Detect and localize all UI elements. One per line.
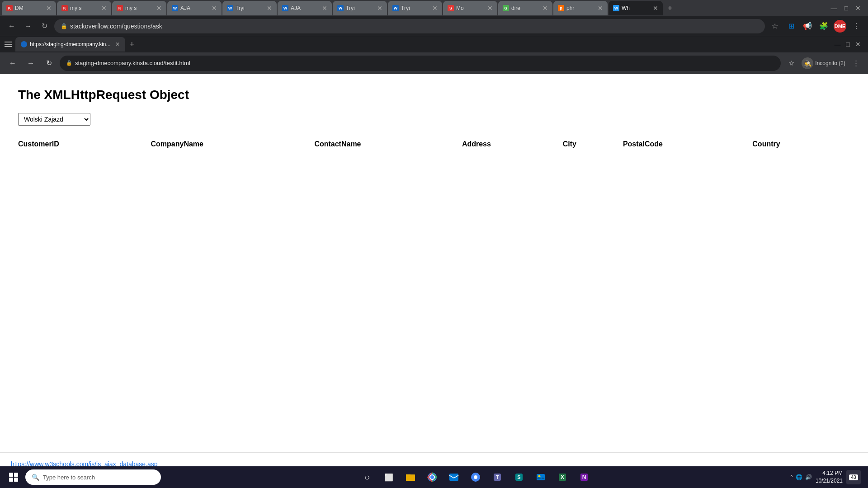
taskbar-datetime[interactable]: 4:12 PM 10/21/2021 — [816, 469, 843, 485]
incognito-indicator[interactable]: 🕵 Incognito (2) — [802, 57, 845, 69]
taskbar-onenote[interactable]: N — [574, 467, 594, 487]
taskbar-photos[interactable] — [531, 467, 551, 487]
notification-center[interactable]: 43 — [846, 470, 861, 484]
restore-button[interactable]: □ — [844, 5, 848, 12]
taskbar-search-placeholder: Type here to search — [43, 474, 95, 481]
outer-tab-mys1[interactable]: K my s ✕ — [57, 1, 111, 15]
col-header-companyname: CompanyName — [151, 136, 314, 152]
outer-address-field[interactable]: 🔒 stackoverflow.com/questions/ask — [54, 19, 765, 33]
inner-browser-window: https://staging-dmecompany.kin... ✕ + — … — [0, 36, 868, 488]
taskbar-teams[interactable]: T — [487, 467, 507, 487]
col-header-contactname: ContactName — [314, 136, 462, 152]
inner-forward-button[interactable]: → — [24, 56, 38, 70]
taskbar-task-view[interactable]: ⬜ — [379, 467, 399, 487]
tab-favicon-k: K — [6, 5, 13, 11]
taskbar-chrome-dme[interactable] — [466, 467, 486, 487]
inner-back-button[interactable]: ← — [5, 56, 20, 70]
taskbar-sharepoint[interactable]: S — [509, 467, 529, 487]
inner-address-field[interactable]: 🔒 staging-dmecompany.kinsta.cloud/testit… — [60, 56, 781, 71]
outer-back-button[interactable]: ← — [5, 20, 18, 33]
close-button[interactable]: ✕ — [855, 5, 861, 12]
outer-tab-phr[interactable]: p phr ✕ — [553, 1, 608, 15]
taskbar-file-explorer[interactable] — [401, 467, 420, 487]
inner-close-button[interactable]: ✕ — [855, 41, 861, 48]
tab-close-mys2[interactable]: ✕ — [156, 5, 162, 12]
taskbar-cortana[interactable]: ○ — [357, 467, 377, 487]
taskbar-search-box[interactable]: 🔍 Type here to search — [25, 469, 161, 485]
network-icon[interactable]: 🌐 — [796, 474, 802, 480]
tab-close-aja1[interactable]: ✕ — [212, 5, 217, 12]
outer-tab-tryi2[interactable]: W Tryi ✕ — [333, 1, 387, 15]
tab-close-wh[interactable]: ✕ — [653, 5, 658, 12]
minimize-button[interactable]: — — [831, 5, 837, 12]
volume-icon[interactable]: 🔊 — [805, 474, 812, 480]
inner-restore-button[interactable]: □ — [846, 41, 850, 48]
tab-title-aja1: AJA — [180, 5, 208, 11]
cast-icon[interactable]: 📢 — [801, 20, 814, 33]
inner-browser-chrome: https://staging-dmecompany.kin... ✕ + — … — [0, 36, 868, 74]
outer-tab-dire[interactable]: G dire ✕ — [498, 1, 552, 15]
menu-icon[interactable]: ⋮ — [850, 20, 863, 33]
outer-tab-aja1[interactable]: W AJA ✕ — [167, 1, 222, 15]
inner-address-bar: ← → ↻ 🔒 staging-dmecompany.kinsta.cloud/… — [0, 52, 868, 74]
inner-sidebar-button[interactable] — [2, 38, 14, 51]
inner-tabs-bar: https://staging-dmecompany.kin... ✕ + — … — [0, 36, 868, 52]
inner-minimize-button[interactable]: — — [835, 41, 841, 48]
svg-text:N: N — [582, 474, 586, 480]
tab-close-dire[interactable]: ✕ — [542, 5, 548, 12]
tab-title-mo: Mo — [456, 5, 484, 11]
outer-tab-mo[interactable]: S Mo ✕ — [443, 1, 497, 15]
tab-close-mys1[interactable]: ✕ — [101, 5, 107, 12]
outer-tab-mys2[interactable]: K my s ✕ — [112, 1, 166, 15]
outer-tab-dm[interactable]: K DM ✕ — [2, 1, 56, 15]
page-title: The XMLHttpRequest Object — [18, 88, 850, 102]
inner-tab-close[interactable]: ✕ — [115, 41, 120, 47]
inner-toolbar-right: ☆ 🕵 Incognito (2) ⋮ — [784, 56, 863, 70]
windows-icon[interactable]: ⊞ — [785, 20, 797, 33]
outer-forward-button[interactable]: → — [22, 20, 34, 33]
tab-close-dm[interactable]: ✕ — [46, 5, 52, 12]
taskbar-chrome[interactable] — [422, 467, 442, 487]
tab-close-tryi1[interactable]: ✕ — [267, 5, 272, 12]
inner-menu-icon[interactable]: ⋮ — [849, 56, 863, 70]
svg-text:X: X — [561, 474, 564, 480]
inner-bookmark-icon[interactable]: ☆ — [784, 56, 798, 70]
col-header-country: Country — [752, 136, 850, 152]
tab-title-wh: Wh — [622, 5, 650, 11]
tab-close-tryi3[interactable]: ✕ — [432, 5, 438, 12]
start-button[interactable] — [4, 467, 24, 487]
svg-point-11 — [474, 475, 477, 479]
tab-favicon-w1: W — [172, 5, 178, 11]
tab-close-phr[interactable]: ✕ — [598, 5, 603, 12]
outer-tab-tryi3[interactable]: W Tryi ✕ — [388, 1, 442, 15]
tab-close-aja2[interactable]: ✕ — [322, 5, 327, 12]
outer-tabs-bar: K DM ✕ K my s ✕ K my s ✕ W AJA ✕ W Tryi … — [0, 0, 868, 16]
customer-dropdown[interactable]: Wolski Zajazd — [18, 113, 90, 126]
extensions-icon[interactable]: 🧩 — [817, 20, 830, 33]
outer-toolbar-icons: ☆ ⊞ 📢 🧩 DME ⋮ — [769, 20, 863, 33]
taskbar-excel[interactable]: X — [552, 467, 572, 487]
svg-text:S: S — [517, 474, 520, 480]
tab-title-tryi1: Tryi — [236, 5, 264, 11]
outer-tab-aja2[interactable]: W AJA ✕ — [278, 1, 332, 15]
tab-close-mo[interactable]: ✕ — [487, 5, 493, 12]
tab-favicon-k2: K — [61, 5, 68, 11]
inner-reload-button[interactable]: ↻ — [42, 56, 56, 70]
outer-tab-tryi1[interactable]: W Tryi ✕ — [222, 1, 277, 15]
outer-reload-button[interactable]: ↻ — [38, 20, 51, 33]
outer-tab-wh[interactable]: W Wh ✕ — [609, 1, 663, 15]
notification-badge: 43 — [849, 474, 858, 480]
outer-url-text: stackoverflow.com/questions/ask — [70, 23, 162, 30]
svg-rect-0 — [5, 42, 12, 42]
tray-arrow-icon[interactable]: ^ — [790, 474, 793, 480]
new-tab-button[interactable]: + — [664, 2, 676, 14]
inner-new-tab-button[interactable]: + — [126, 40, 138, 49]
tab-title-dire: dire — [511, 5, 539, 11]
profile-avatar[interactable]: DME — [834, 20, 846, 33]
tab-close-tryi2[interactable]: ✕ — [377, 5, 382, 12]
outer-browser-window: K DM ✕ K my s ✕ K my s ✕ W AJA ✕ W Tryi … — [0, 0, 868, 488]
taskbar-outlook[interactable] — [444, 467, 464, 487]
tab-favicon-w4: W — [337, 5, 344, 11]
inner-tab-staging[interactable]: https://staging-dmecompany.kin... ✕ — [15, 37, 125, 52]
bookmark-star-icon[interactable]: ☆ — [769, 20, 781, 33]
